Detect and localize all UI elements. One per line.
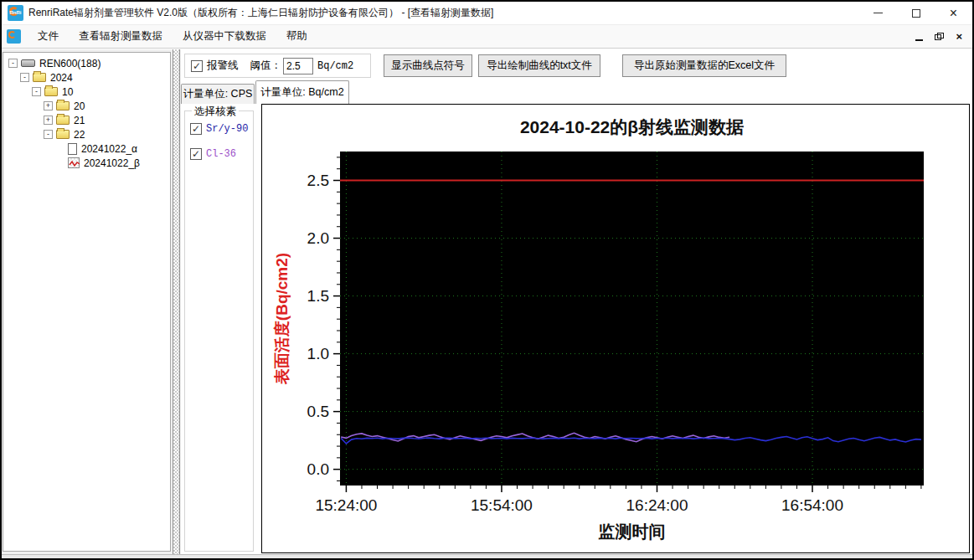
nuclide-select-group: 选择核素 ✓Sr/y-90✓Cl-36 bbox=[184, 110, 254, 552]
app-logo-icon: RnRi bbox=[8, 5, 23, 21]
chart-icon bbox=[68, 157, 80, 168]
threshold-label: 阈值： bbox=[250, 59, 282, 73]
nuclide-row-Cl-36: ✓Cl-36 bbox=[190, 148, 236, 160]
tree-row[interactable]: 20241022_β bbox=[3, 156, 170, 170]
app-window: RnRi RenriRate辐射剂量管理软件 V2.0版（版权所有：上海仁日辐射… bbox=[0, 0, 974, 560]
child-window-controls: × bbox=[915, 31, 972, 42]
expand-icon[interactable]: + bbox=[44, 116, 53, 125]
menu-items: 文件查看辐射测量数据从仪器中下载数据帮助 bbox=[28, 26, 317, 47]
maximize-button[interactable] bbox=[897, 2, 935, 24]
chart-title: 2024-10-22的β射线监测数据 bbox=[520, 117, 744, 136]
child-minimize-icon[interactable] bbox=[915, 39, 923, 41]
y-tick-label: 1.5 bbox=[307, 287, 329, 305]
device-tree: -REN600(188)-2024-10+20+21-2220241022_α2… bbox=[3, 52, 171, 552]
tree-item-label: 21 bbox=[74, 115, 85, 126]
threshold-input[interactable] bbox=[283, 58, 313, 74]
collapse-icon[interactable]: - bbox=[20, 73, 29, 82]
nuclide-label: Cl-36 bbox=[206, 148, 236, 160]
splitter-bar[interactable] bbox=[173, 49, 180, 555]
y-tick-label: 0.0 bbox=[307, 460, 329, 478]
y-tick-label: 0.5 bbox=[307, 403, 329, 420]
collapse-icon[interactable]: - bbox=[32, 87, 41, 96]
close-icon: × bbox=[950, 7, 957, 20]
logo-text: RnRi bbox=[8, 10, 23, 15]
tree-row[interactable]: -10 bbox=[3, 85, 170, 99]
menu-item-3[interactable]: 从仪器中下载数据 bbox=[173, 26, 276, 47]
nuclide-checkbox-Sr/y-90[interactable]: ✓ bbox=[190, 123, 202, 135]
chart-panel: 2024-10-22的β射线监测数据0.00.51.01.52.02.515:2… bbox=[261, 104, 970, 553]
y-tick-label: 1.0 bbox=[307, 345, 329, 362]
minimize-icon bbox=[874, 13, 883, 13]
minimize-button[interactable] bbox=[859, 2, 897, 24]
alarm-line-checkbox[interactable]: ✓ bbox=[191, 60, 203, 72]
tree-item-label: 20241022_β bbox=[84, 157, 140, 169]
window-controls: × bbox=[859, 2, 972, 24]
tree-row[interactable]: -REN600(188) bbox=[3, 56, 170, 70]
show-curve-symbols-button[interactable]: 显示曲线点符号 bbox=[384, 54, 472, 77]
collapse-icon[interactable]: - bbox=[44, 130, 53, 139]
y-axis-title: 表面活度(Bq/cm2) bbox=[273, 253, 291, 385]
y-tick-label: 2.5 bbox=[307, 172, 329, 189]
tree-row[interactable]: +21 bbox=[3, 113, 170, 127]
tab-unit-cps[interactable]: 计量单位: CPS bbox=[181, 84, 255, 104]
folder-icon bbox=[33, 73, 46, 82]
alarm-line-label: 报警线 bbox=[207, 59, 239, 73]
document-logo-icon bbox=[7, 29, 21, 44]
tree-item-label: 20241022_α bbox=[81, 143, 137, 155]
tree-item-label: 20 bbox=[74, 100, 85, 112]
main-area: -REN600(188)-2024-10+20+21-2220241022_α2… bbox=[2, 49, 972, 558]
tree-item-label: REN600(188) bbox=[39, 58, 100, 69]
tree-row[interactable]: -22 bbox=[3, 127, 170, 141]
nuclide-label: Sr/y-90 bbox=[206, 123, 248, 135]
collapse-icon[interactable]: - bbox=[8, 59, 18, 68]
alarm-line-group: ✓ 报警线 阈值： Bq/cm2 bbox=[184, 54, 371, 78]
window-title: RenriRate辐射剂量管理软件 V2.0版（版权所有：上海仁日辐射防护设备有… bbox=[28, 6, 493, 20]
nuclide-row-Sr/y-90: ✓Sr/y-90 bbox=[190, 123, 248, 135]
tree-row[interactable]: -2024 bbox=[3, 70, 170, 85]
folder-icon bbox=[56, 116, 70, 125]
export-txt-button[interactable]: 导出绘制曲线的txt文件 bbox=[478, 54, 600, 77]
maximize-icon bbox=[912, 9, 920, 18]
restore-front-square bbox=[937, 33, 944, 39]
threshold-unit-label: Bq/cm2 bbox=[317, 60, 353, 72]
doc-icon bbox=[68, 143, 77, 155]
tree-row[interactable]: +20 bbox=[3, 99, 170, 113]
title-bar: RnRi RenriRate辐射剂量管理软件 V2.0版（版权所有：上海仁日辐射… bbox=[2, 2, 972, 25]
content-panel: ✓ 报警线 阈值： Bq/cm2 显示曲线点符号 导出绘制曲线的txt文件 导出… bbox=[181, 49, 971, 555]
export-excel-button[interactable]: 导出原始测量数据的Excel文件 bbox=[622, 54, 786, 77]
menu-item-4[interactable]: 帮助 bbox=[276, 26, 317, 47]
child-restore-icon[interactable] bbox=[935, 33, 944, 41]
x-tick-label: 16:54:00 bbox=[781, 496, 843, 514]
tree-row[interactable]: 20241022_α bbox=[3, 141, 170, 156]
x-tick-label: 15:24:00 bbox=[315, 496, 377, 514]
menu-item-2[interactable]: 查看辐射测量数据 bbox=[69, 26, 173, 47]
x-tick-label: 16:24:00 bbox=[626, 496, 688, 514]
close-button[interactable]: × bbox=[935, 2, 972, 24]
folder-icon bbox=[56, 101, 70, 110]
tree-item-label: 22 bbox=[74, 129, 85, 141]
folder-icon bbox=[56, 130, 70, 139]
folder-icon bbox=[44, 87, 58, 96]
nuclide-checkbox-Cl-36[interactable]: ✓ bbox=[190, 148, 202, 160]
x-axis-title: 监测时间 bbox=[599, 522, 666, 541]
expand-icon[interactable]: + bbox=[44, 101, 53, 110]
monitoring-chart: 2024-10-22的β射线监测数据0.00.51.01.52.02.515:2… bbox=[262, 105, 969, 552]
tree-item-label: 10 bbox=[62, 86, 73, 98]
device-icon bbox=[21, 59, 35, 67]
logo-swoosh bbox=[8, 31, 16, 39]
child-close-icon[interactable]: × bbox=[956, 31, 962, 42]
x-tick-label: 15:54:00 bbox=[471, 496, 533, 514]
nuclide-group-title: 选择核素 bbox=[192, 105, 239, 119]
menu-item-1[interactable]: 文件 bbox=[28, 26, 69, 47]
menu-bar: 文件查看辐射测量数据从仪器中下载数据帮助 × bbox=[2, 25, 972, 49]
tree-item-label: 2024 bbox=[50, 72, 73, 84]
y-tick-label: 2.0 bbox=[307, 229, 329, 247]
tab-unit-bqcm2[interactable]: 计量单位: Bq/cm2 bbox=[255, 80, 349, 104]
